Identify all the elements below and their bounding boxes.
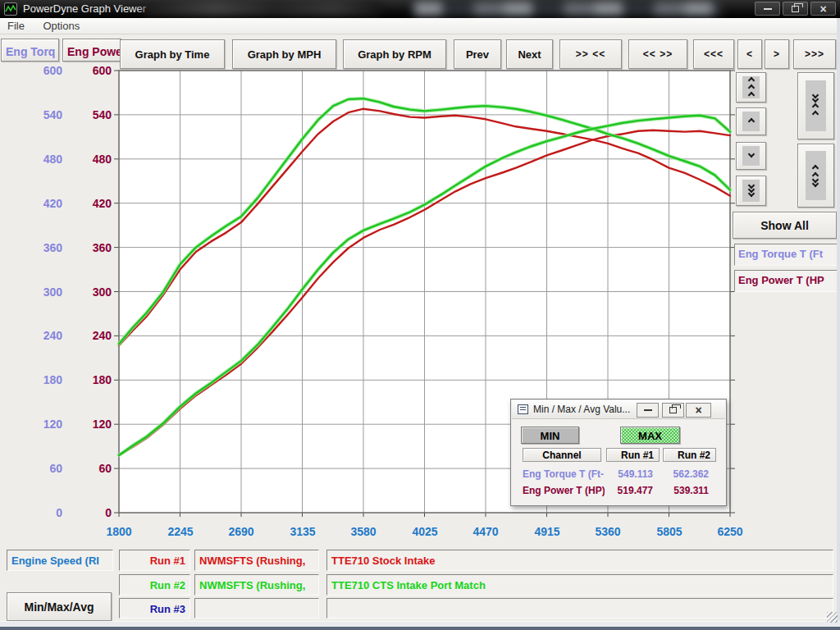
power-axis-tick-label: 240: [74, 329, 112, 342]
menu-file[interactable]: File: [0, 18, 32, 34]
run1-operator-field[interactable]: NWMSFTS (Rushing,: [194, 550, 319, 571]
window-title: PowerDyne Graph Viewer: [23, 2, 146, 15]
run2-label[interactable]: Run #2: [119, 574, 190, 596]
expand-y-range-button[interactable]: [797, 144, 834, 208]
chevron-down-icon: [747, 190, 754, 197]
chevron-down-icon: [747, 151, 754, 158]
rpm-axis-tick-label: 2245: [156, 525, 205, 538]
torque-axis-tick-label: 540: [25, 108, 62, 121]
chevron-up-icon: [747, 77, 754, 84]
collapse-y-range-button[interactable]: [797, 72, 834, 139]
minmax-avg-button[interactable]: Min/Max/Avg: [7, 592, 112, 621]
run1-label[interactable]: Run #1: [119, 550, 190, 571]
power-axis-tick-label: 60: [74, 462, 112, 475]
power-channel-label[interactable]: Eng Power T (HP: [734, 270, 838, 292]
torque-axis-tick-label: 480: [25, 153, 62, 166]
run3-operator-field[interactable]: [194, 598, 319, 619]
minmax-avg-window: Min / Max / Avg Valu... × MIN MAX Channe…: [510, 399, 727, 506]
window-frame-right: [837, 18, 840, 621]
scale-up-button[interactable]: [736, 107, 766, 135]
close-icon: ×: [695, 404, 701, 416]
torque-axis-tick-label: 240: [25, 329, 62, 342]
minmax-titlebar[interactable]: Min / Max / Avg Valu... ×: [512, 400, 725, 419]
power-axis-tick-label: 540: [74, 108, 112, 121]
x-channel-label: Engine Speed (RI: [7, 550, 113, 571]
power-axis-tick-label: 480: [74, 153, 112, 166]
rpm-axis-tick-label: 3580: [339, 525, 388, 538]
power-axis-tick-label: 120: [74, 418, 112, 431]
minmax-window-icon: [518, 404, 528, 414]
close-button[interactable]: ×: [810, 2, 836, 16]
torque-axis-tab[interactable]: Eng Torq: [1, 39, 59, 62]
torque-axis-tick-label: 300: [25, 285, 62, 299]
pan-left-button[interactable]: <: [737, 39, 762, 69]
minmax-window-title: Min / Max / Avg Valu...: [533, 404, 636, 415]
chevron-up-icon: [747, 92, 754, 98]
titlebar-blurred-text: [144, 2, 381, 16]
torque-axis-tick-label: 0: [25, 506, 62, 519]
window-frame-bottom: [0, 621, 840, 630]
run1-description-field[interactable]: TTE710 Stock Intake: [326, 550, 833, 571]
rpm-axis-tick-label: 4470: [461, 525, 510, 538]
run2-operator-field[interactable]: NWMSFTS (Rushing,: [194, 574, 319, 596]
scale-down-button[interactable]: [736, 142, 766, 170]
minimize-icon: [644, 409, 652, 411]
titlebar[interactable]: PowerDyne Graph Viewer ×: [0, 0, 840, 18]
chevron-down-icon: [812, 96, 819, 103]
rpm-axis-tick-label: 2690: [217, 525, 266, 538]
table-cell-power-run2-max: 539.311: [663, 485, 709, 496]
table-cell-power-channel: Eng Power T (HP): [523, 485, 605, 496]
restore-button[interactable]: [783, 2, 808, 16]
power-axis-tick-label: 180: [74, 373, 112, 386]
chevron-down-icon: [812, 180, 819, 187]
rpm-axis-tick-label: 6250: [705, 525, 755, 538]
table-cell-torque-channel: Eng Torque T (Ft-: [523, 468, 605, 480]
chevron-up-icon: [812, 165, 819, 171]
power-axis-tick-label: 300: [74, 285, 112, 299]
show-all-button[interactable]: Show All: [733, 212, 837, 239]
rpm-axis-tick-label: 1800: [94, 525, 144, 538]
table-cell-power-run1-max: 519.477: [607, 485, 653, 496]
minimize-icon: [764, 8, 772, 10]
minmax-restore-button[interactable]: [662, 403, 684, 418]
close-icon: ×: [819, 3, 826, 15]
torque-axis-tick-label: 180: [25, 373, 62, 386]
column-header-run2: Run #2: [663, 448, 716, 462]
minmax-close-button[interactable]: ×: [686, 403, 711, 418]
max-toggle-button[interactable]: MAX: [620, 427, 680, 444]
resize-grip-icon[interactable]: [827, 612, 838, 623]
restore-icon: [792, 6, 799, 12]
min-toggle-button[interactable]: MIN: [521, 427, 579, 444]
torque-axis-tick-label: 600: [25, 64, 62, 77]
chevron-up-icon: [812, 111, 819, 117]
run3-description-field[interactable]: [326, 598, 833, 619]
minimize-button[interactable]: [755, 2, 780, 16]
power-axis-tab[interactable]: Eng Powe: [62, 39, 121, 62]
rpm-axis-tick-label: 3135: [278, 525, 327, 538]
torque-axis-tick-label: 420: [25, 197, 62, 210]
restore-icon: [669, 407, 677, 413]
rpm-axis-tick-label: 4025: [400, 525, 450, 538]
torque-channel-label[interactable]: Eng Torque T (Ft: [734, 244, 838, 266]
titlebar-blurred-text: [414, 2, 722, 16]
pan-right-fast-button[interactable]: >>>: [793, 39, 836, 69]
rpm-axis-tick-label: 5360: [583, 525, 632, 538]
column-header-run1: Run #1: [606, 448, 660, 462]
window-controls: ×: [755, 2, 836, 16]
menu-options[interactable]: Options: [35, 18, 87, 34]
table-cell-torque-run2-max: 562.362: [663, 468, 709, 480]
app-icon: [4, 2, 17, 16]
power-axis-tick-label: 360: [74, 241, 112, 254]
scale-up-fast-button[interactable]: [736, 72, 766, 103]
chevron-up-icon: [747, 118, 754, 125]
rpm-axis-tick-label: 5805: [645, 525, 694, 538]
minmax-minimize-button[interactable]: [637, 403, 659, 418]
run2-description-field[interactable]: TTE710 CTS Intake Port Match: [326, 574, 833, 596]
power-axis-tick-label: 0: [74, 506, 112, 519]
torque-axis-tick-label: 120: [25, 418, 62, 431]
scale-down-fast-button[interactable]: [736, 176, 766, 206]
torque-axis-tick-label: 360: [25, 241, 62, 254]
chevron-up-icon: [812, 103, 819, 110]
pan-right-button[interactable]: >: [765, 39, 789, 69]
run3-label[interactable]: Run #3: [119, 598, 190, 619]
